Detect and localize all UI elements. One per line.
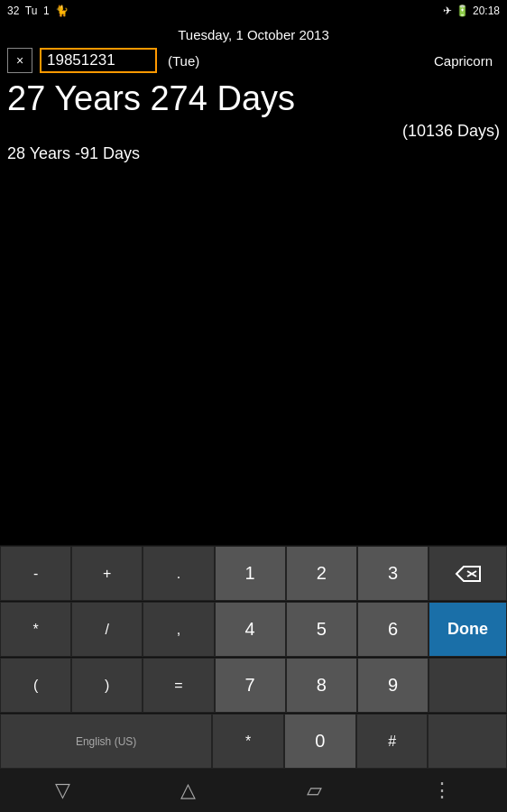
backspace-icon [455, 565, 482, 583]
day-label: (Tue) [168, 53, 199, 69]
keyboard-row-3: ( ) = 7 8 9 [0, 657, 507, 713]
date-input[interactable] [40, 48, 157, 73]
battery-icon: 🔋 [456, 5, 469, 17]
key-placeholder [428, 714, 507, 769]
status-left-text: 32 Tu 1 🐈 [7, 5, 69, 17]
result-next: 28 Years -91 Days [0, 141, 507, 163]
key-0[interactable]: 0 [284, 714, 356, 769]
key-6[interactable]: 6 [357, 602, 429, 657]
keyboard: - + . 1 2 3 * / , 4 5 6 Done ( ) = 7 8 9 [0, 545, 507, 769]
key-2[interactable]: 2 [286, 546, 357, 601]
key-8[interactable]: 8 [286, 658, 357, 713]
keyboard-row-1: - + . 1 2 3 [0, 545, 507, 601]
result-main-text: 27 Years 274 Days [7, 79, 295, 117]
key-5[interactable]: 5 [286, 602, 357, 657]
airplane-icon: ✈ [443, 5, 452, 17]
key-done[interactable]: Done [429, 602, 507, 657]
key-plus[interactable]: + [71, 546, 143, 601]
keyboard-row-2: * / , 4 5 6 Done [0, 601, 507, 657]
key-open-paren[interactable]: ( [0, 658, 71, 713]
key-3[interactable]: 3 [357, 546, 429, 601]
menu-button[interactable]: ⋮ [432, 779, 452, 802]
home-button[interactable]: △ [180, 779, 196, 802]
zodiac-label: Capricorn [434, 53, 500, 69]
status-right: ✈ 🔋 20:18 [443, 5, 500, 17]
status-bar: 32 Tu 1 🐈 ✈ 🔋 20:18 [0, 0, 507, 22]
key-equals[interactable]: = [143, 658, 214, 713]
key-1[interactable]: 1 [215, 546, 286, 601]
bottom-nav: ▽ △ ▱ ⋮ [0, 769, 507, 812]
key-4[interactable]: 4 [215, 602, 286, 657]
result-next-text: 28 Years -91 Days [7, 144, 140, 162]
recents-button[interactable]: ▱ [307, 779, 322, 802]
key-close-paren[interactable]: ) [71, 658, 143, 713]
key-minus[interactable]: - [0, 546, 71, 601]
keyboard-row-4: English (US) * 0 # [0, 713, 507, 769]
key-comma[interactable]: , [143, 602, 214, 657]
svg-marker-0 [456, 567, 480, 581]
clock: 20:18 [473, 5, 500, 17]
key-empty [429, 658, 507, 713]
date-header-text: Tuesday, 1 October 2013 [178, 27, 329, 42]
key-9[interactable]: 9 [357, 658, 429, 713]
key-hash[interactable]: # [356, 714, 429, 769]
input-row: × (Tue) Capricorn [0, 46, 507, 75]
clear-button[interactable]: × [7, 48, 32, 73]
key-language[interactable]: English (US) [0, 714, 212, 769]
back-button[interactable]: ▽ [55, 779, 70, 802]
status-left: 32 Tu 1 🐈 [7, 5, 69, 17]
key-asterisk[interactable]: * [212, 714, 284, 769]
key-slash[interactable]: / [71, 602, 143, 657]
result-main: 27 Years 274 Days [0, 75, 507, 118]
result-days-text: (10136 Days) [402, 122, 500, 140]
language-label: English (US) [76, 735, 136, 748]
key-star[interactable]: * [0, 602, 71, 657]
key-backspace[interactable] [429, 546, 507, 601]
key-dot[interactable]: . [143, 546, 214, 601]
result-days: (10136 Days) [0, 118, 507, 141]
date-header: Tuesday, 1 October 2013 [0, 22, 507, 46]
key-7[interactable]: 7 [215, 658, 286, 713]
